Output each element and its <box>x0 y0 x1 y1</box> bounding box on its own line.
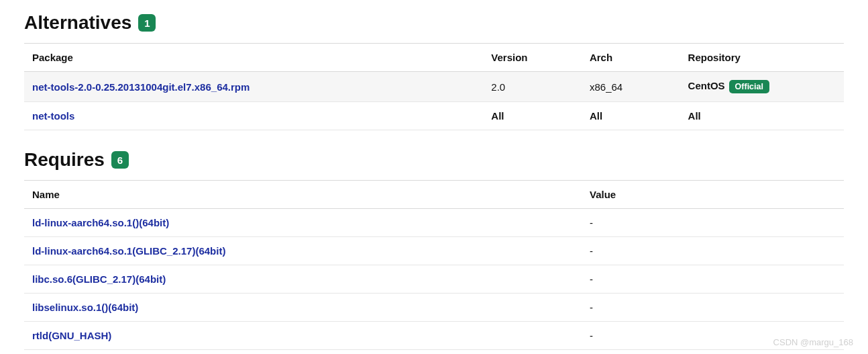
version-cell: All <box>483 102 582 130</box>
value-cell: - <box>582 209 844 237</box>
table-row: ld-linux-aarch64.so.1()(64bit)- <box>24 209 844 237</box>
requires-heading: Requires 6 <box>24 149 844 171</box>
repository-name: CentOS <box>688 80 725 91</box>
table-row: libselinux.so.1()(64bit)- <box>24 294 844 322</box>
col-header-package: Package <box>24 44 483 72</box>
repository-cell: All <box>680 102 844 130</box>
value-cell: - <box>582 350 844 354</box>
alternatives-heading: Alternatives 1 <box>24 12 844 34</box>
arch-cell: All <box>582 102 680 130</box>
table-row: net-toolsAllAllAll <box>24 102 844 130</box>
require-link[interactable]: libselinux.so.1()(64bit) <box>32 302 138 313</box>
alternatives-table: Package Version Arch Repository net-tool… <box>24 43 844 130</box>
value-cell: - <box>582 237 844 265</box>
requires-table: Name Value ld-linux-aarch64.so.1()(64bit… <box>24 180 844 354</box>
version-cell: 2.0 <box>483 72 582 102</box>
table-row: rtld(GNU_HASH)- <box>24 322 844 350</box>
table-row: systemd-units- <box>24 350 844 354</box>
requires-title: Requires <box>24 149 105 171</box>
table-row: net-tools-2.0-0.25.20131004git.el7.x86_6… <box>24 72 844 102</box>
value-cell: - <box>582 322 844 350</box>
package-link[interactable]: net-tools <box>32 110 74 122</box>
value-cell: - <box>582 265 844 294</box>
requires-header-row: Name Value <box>24 181 844 209</box>
table-row: ld-linux-aarch64.so.1(GLIBC_2.17)(64bit)… <box>24 237 844 265</box>
alternatives-count-badge: 1 <box>138 14 156 32</box>
require-link[interactable]: rtld(GNU_HASH) <box>32 330 111 341</box>
col-header-version: Version <box>483 44 582 72</box>
package-link[interactable]: net-tools-2.0-0.25.20131004git.el7.x86_6… <box>32 81 250 93</box>
alternatives-title: Alternatives <box>24 12 131 34</box>
require-link[interactable]: libc.so.6(GLIBC_2.17)(64bit) <box>32 273 166 285</box>
col-header-name: Name <box>24 181 582 209</box>
repository-cell: CentOSOfficial <box>680 72 844 102</box>
table-row: libc.so.6(GLIBC_2.17)(64bit)- <box>24 265 844 294</box>
col-header-arch: Arch <box>582 44 680 72</box>
require-link[interactable]: ld-linux-aarch64.so.1(GLIBC_2.17)(64bit) <box>32 245 225 257</box>
value-cell: - <box>582 294 844 322</box>
col-header-value: Value <box>582 181 844 209</box>
requires-count-badge: 6 <box>111 151 129 169</box>
repository-name: All <box>688 110 701 122</box>
official-badge: Official <box>729 80 769 93</box>
arch-cell: x86_64 <box>582 72 680 102</box>
require-link[interactable]: ld-linux-aarch64.so.1()(64bit) <box>32 217 169 228</box>
alternatives-header-row: Package Version Arch Repository <box>24 44 844 72</box>
col-header-repository: Repository <box>680 44 844 72</box>
